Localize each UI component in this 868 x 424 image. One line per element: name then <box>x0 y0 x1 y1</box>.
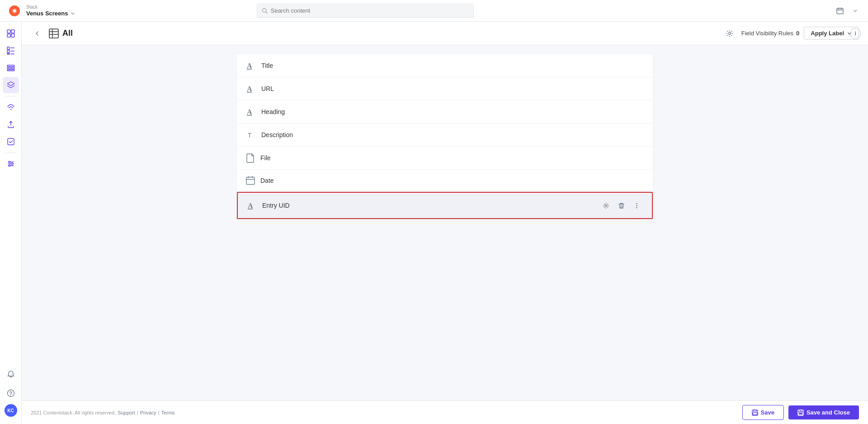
field-row-title: A Title <box>237 54 653 77</box>
sidebar-btn-sliders[interactable] <box>3 156 19 172</box>
svg-point-20 <box>11 163 13 165</box>
field-row-entry-uid[interactable]: A Entry UID <box>237 192 653 219</box>
svg-rect-45 <box>798 413 802 415</box>
sidebar-btn-upload[interactable] <box>3 116 19 133</box>
field-row-date: Date <box>237 170 653 192</box>
sidebar-divider-1 <box>5 96 16 96</box>
text-field-icon: A <box>246 107 256 117</box>
field-label-date: Date <box>260 177 644 184</box>
sidebar: KC <box>0 22 22 424</box>
stack-dropdown[interactable]: Venus Screens <box>26 10 75 17</box>
save-btn[interactable]: Save <box>742 405 784 420</box>
avatar-btn[interactable]: KC <box>5 404 17 417</box>
sidebar-btn-tasks[interactable] <box>3 133 19 150</box>
apply-label-text: Apply Label <box>811 30 844 37</box>
bell-icon-btn[interactable] <box>3 366 19 382</box>
field-visibility-count: 0 <box>796 30 799 37</box>
svg-rect-12 <box>7 65 14 67</box>
sidebar-btn-fields[interactable] <box>3 60 19 76</box>
svg-point-16 <box>10 109 11 110</box>
save-icon-white <box>797 410 804 416</box>
sidebar-btn-wifi[interactable] <box>3 99 19 115</box>
svg-point-25 <box>728 32 731 34</box>
save-close-btn-label: Save and Close <box>807 409 850 416</box>
back-btn[interactable] <box>31 27 43 40</box>
sidebar-btn-grid[interactable] <box>3 25 19 42</box>
text-field-icon: A <box>247 200 257 210</box>
description-icon: T <box>246 130 256 140</box>
save-close-btn[interactable]: Save and Close <box>788 405 859 419</box>
field-settings-btn[interactable] <box>599 199 612 212</box>
gear-icon <box>726 30 733 37</box>
product-name: Venus Screens <box>26 10 68 17</box>
sidebar-btn-layers[interactable] <box>3 77 19 93</box>
field-label-entry-uid: Entry UID <box>262 202 594 209</box>
svg-rect-18 <box>8 138 14 145</box>
svg-point-39 <box>636 207 637 208</box>
svg-rect-4 <box>7 34 10 37</box>
page-title-text: All <box>62 29 73 38</box>
sec-header-right: Field Visibility Rules 0 Apply Label <box>722 26 859 41</box>
svg-rect-44 <box>799 410 802 412</box>
svg-rect-42 <box>753 413 757 415</box>
wifi-icon <box>7 103 15 111</box>
svg-rect-9 <box>10 51 14 52</box>
svg-point-21 <box>9 165 10 167</box>
table-icon <box>49 29 59 38</box>
svg-rect-33 <box>246 177 255 185</box>
field-label-description: Description <box>261 131 644 138</box>
logo[interactable] <box>7 4 22 18</box>
calendar-icon <box>836 7 844 14</box>
field-row-heading: A Heading <box>237 100 653 124</box>
topbar-chevron-btn[interactable] <box>850 4 861 18</box>
bell-icon <box>7 370 15 378</box>
svg-rect-6 <box>7 47 9 49</box>
field-delete-btn[interactable] <box>615 199 627 212</box>
help-icon-btn[interactable] <box>3 385 19 401</box>
svg-point-38 <box>636 205 637 206</box>
field-label-heading: Heading <box>261 108 644 115</box>
date-icon <box>246 176 255 185</box>
footer-right: Save Save and Close <box>742 405 859 420</box>
field-visibility-label: Field Visibility Rules <box>741 30 793 37</box>
trash-icon <box>618 202 625 209</box>
topbar-right <box>833 4 861 18</box>
info-icon: i <box>854 30 856 37</box>
more-vert-icon <box>633 202 640 209</box>
fields-area: A Title A URL A Heading T Description <box>22 45 868 400</box>
calendar-icon-btn[interactable] <box>833 4 847 18</box>
svg-rect-8 <box>7 50 9 52</box>
info-btn[interactable]: i <box>850 28 861 39</box>
field-label-title: Title <box>261 62 644 69</box>
footer: 2021 Contentstack. All rights reserved. … <box>22 400 868 424</box>
svg-rect-1 <box>837 8 843 14</box>
field-actions <box>599 199 643 212</box>
arrow-left-icon <box>33 30 41 37</box>
field-row-file: File <box>237 147 653 170</box>
save-btn-label: Save <box>761 409 774 416</box>
text-field-icon: A <box>246 61 256 71</box>
search-input[interactable] <box>271 7 469 14</box>
layers-icon <box>7 81 15 89</box>
settings-btn[interactable] <box>722 26 737 41</box>
svg-rect-3 <box>11 30 14 33</box>
stack-info: Stack Venus Screens <box>26 5 75 17</box>
sliders-icon <box>7 160 15 168</box>
terms-link[interactable]: Terms <box>161 410 175 415</box>
grid-icon <box>7 29 15 38</box>
svg-point-23 <box>10 395 11 396</box>
svg-rect-7 <box>10 48 14 48</box>
svg-text:A: A <box>247 62 252 70</box>
field-label-url: URL <box>261 85 644 92</box>
search-bar[interactable] <box>257 4 474 18</box>
svg-text:A: A <box>247 108 252 116</box>
svg-point-36 <box>605 205 607 206</box>
svg-point-37 <box>636 203 637 204</box>
privacy-link[interactable]: Privacy <box>140 410 156 415</box>
content-area: All Field Visibility Rules 0 Apply Label… <box>22 22 868 424</box>
field-more-btn[interactable] <box>630 199 643 212</box>
support-link[interactable]: Support <box>118 410 135 415</box>
sidebar-btn-list[interactable] <box>3 43 19 59</box>
sec-header: All Field Visibility Rules 0 Apply Label… <box>22 22 868 45</box>
copyright-text: 2021 Contentstack. All rights reserved. <box>31 410 116 415</box>
